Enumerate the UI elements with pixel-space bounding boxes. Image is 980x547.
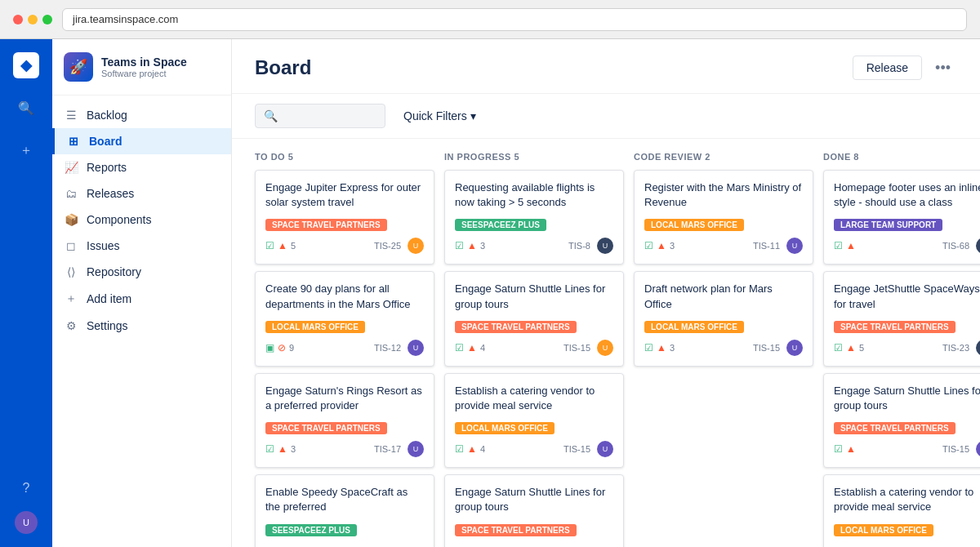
sidebar-item-label: Issues [87,239,119,252]
card-tag: SPACE TRAVEL PARTNERS [455,321,577,333]
card-avatar: U [408,340,424,356]
search-box[interactable]: 🔍 [255,104,385,128]
card[interactable]: Enable Speedy SpaceCraft as the preferre… [255,474,434,547]
sidebar-item-label: Settings [87,319,128,332]
card-tag: LOCAL MARS OFFICE [265,321,365,333]
story-icon: ▣ [265,342,274,354]
sidebar-item-reports[interactable]: 📈 Reports [52,154,231,180]
check-icon: ☑ [834,240,843,251]
reports-icon: 📈 [64,161,78,174]
sidebar-item-components[interactable]: 📦 Components [52,207,231,233]
project-name: Teams in Space [101,56,220,69]
check-icon: ☑ [644,342,653,354]
sidebar-item-releases[interactable]: 🗂 Releases [52,180,231,207]
ticket-id: TIS-8 [568,241,590,251]
sidebar-nav: ☰ Backlog⊞ Board📈 Reports🗂 Releases📦 Com… [52,96,231,345]
card-title: Establish a catering vendor to provide m… [834,485,980,514]
ticket-id: TIS-23 [942,343,969,353]
card-avatar: U [786,340,803,356]
more-button[interactable]: ••• [929,56,957,80]
column-header-done: DONE 8 [823,152,980,170]
ticket-id: TIS-11 [753,241,780,251]
card-avatar: U [976,238,980,254]
card[interactable]: Draft network plan for Mars Office LOCAL… [634,271,813,366]
search-rail-icon[interactable]: 🔍 [13,95,39,121]
check-icon: ☑ [834,342,843,354]
priority-icon: ▲ [278,240,287,251]
card[interactable]: Engage Saturn Shuttle Lines for group to… [823,373,980,468]
main-header: Board Release ••• [232,39,980,94]
close-dot[interactable] [13,15,23,24]
card-title: Draft network plan for Mars Office [644,282,803,311]
card[interactable]: Engage JetShuttle SpaceWays for travel S… [823,271,980,366]
card-footer: ☑▲ 3 TIS-11 U [644,238,803,254]
card-count: 3 [670,343,675,353]
card-title: Enable Speedy SpaceCraft as the preferre… [265,485,424,514]
quick-filters-button[interactable]: Quick Filters ▾ [395,105,484,127]
card-count: 9 [289,343,294,353]
issues-icon: ◻ [64,239,78,252]
add-rail-icon[interactable]: ＋ [13,137,39,163]
ticket-id: TIS-15 [942,444,969,454]
card[interactable]: Engage Saturn Shuttle Lines for group to… [444,474,624,547]
card-footer: ▣⊘ 9 TIS-12 U [265,340,424,356]
sidebar-item-issues[interactable]: ◻ Issues [52,233,231,259]
app-logo[interactable]: ◆ [13,52,39,78]
card[interactable]: Establish a catering vendor to provide m… [823,474,980,547]
user-avatar[interactable]: U [15,511,38,534]
sidebar-item-repository[interactable]: ⟨⟩ Repository [52,259,231,285]
card-count: 3 [480,241,485,251]
card-title: Engage JetShuttle SpaceWays for travel [834,282,980,311]
card-avatar: U [786,238,803,254]
card[interactable]: Register with the Mars Ministry of Reven… [634,170,813,265]
check-icon: ☑ [455,240,464,251]
card-count: 4 [480,444,485,454]
card[interactable]: Engage Saturn Shuttle Lines for group to… [444,271,624,366]
card[interactable]: Engage Jupiter Express for outer solar s… [255,170,434,265]
column-in-progress: IN PROGRESS 5 Requesting available fligh… [444,152,624,534]
project-type: Software project [101,69,220,78]
column-cards-todo: Engage Jupiter Express for outer solar s… [255,170,434,547]
maximize-dot[interactable] [42,15,52,24]
card-title: Establish a catering vendor to provide m… [455,384,613,413]
card-tag: LOCAL MARS OFFICE [455,422,555,434]
ticket-id: TIS-15 [753,343,780,353]
card-tag: SPACE TRAVEL PARTNERS [455,524,577,536]
sidebar-item-label: Repository [87,265,141,278]
project-header: 🚀 Teams in Space Software project [52,39,231,96]
release-button[interactable]: Release [853,56,922,80]
card[interactable]: Homepage footer uses an inline style - s… [823,170,980,265]
card-avatar: U [976,340,980,356]
sidebar: 🚀 Teams in Space Software project ☰ Back… [52,39,232,547]
card[interactable]: Establish a catering vendor to provide m… [444,373,624,468]
address-bar[interactable]: jira.teamsinspace.com [62,8,967,31]
sidebar-item-settings[interactable]: ⚙ Settings [52,313,231,339]
card-count: 3 [291,444,296,454]
card[interactable]: Engage Saturn's Rings Resort as a prefer… [255,373,434,468]
board-icon: ⊞ [66,135,81,148]
column-header-code-review: CODE REVIEW 2 [634,152,813,170]
header-actions: Release ••• [853,56,957,80]
card-count: 4 [480,343,485,353]
sidebar-item-label: Add item [87,292,131,305]
chevron-down-icon: ▾ [470,109,476,122]
card[interactable]: Requesting available flights is now taki… [444,170,624,265]
card[interactable]: Create 90 day plans for all departments … [255,271,434,366]
card-title: Engage Saturn Shuttle Lines for group to… [455,485,613,514]
sidebar-item-backlog[interactable]: ☰ Backlog [52,102,231,128]
card-tag: SEESPACEEZ PLUS [265,524,357,536]
sidebar-item-board[interactable]: ⊞ Board [52,128,231,154]
browser-chrome: jira.teamsinspace.com [0,0,980,39]
sidebar-item-label: Board [89,135,122,148]
priority-icon: ▲ [846,240,856,251]
card-avatar: U [597,340,613,356]
help-icon[interactable]: ? [13,475,39,501]
sidebar-item-add-item[interactable]: ＋ Add item [52,285,231,313]
ticket-id: TIS-68 [942,241,969,251]
sidebar-item-label: Releases [87,187,134,200]
card-tag: SPACE TRAVEL PARTNERS [265,422,387,434]
column-header-todo: TO DO 5 [255,152,434,170]
minimize-dot[interactable] [28,15,38,24]
main-content: Board Release ••• 🔍 Quick Filters ▾ TO D… [232,39,980,547]
card-title: Engage Saturn Shuttle Lines for group to… [455,282,613,311]
